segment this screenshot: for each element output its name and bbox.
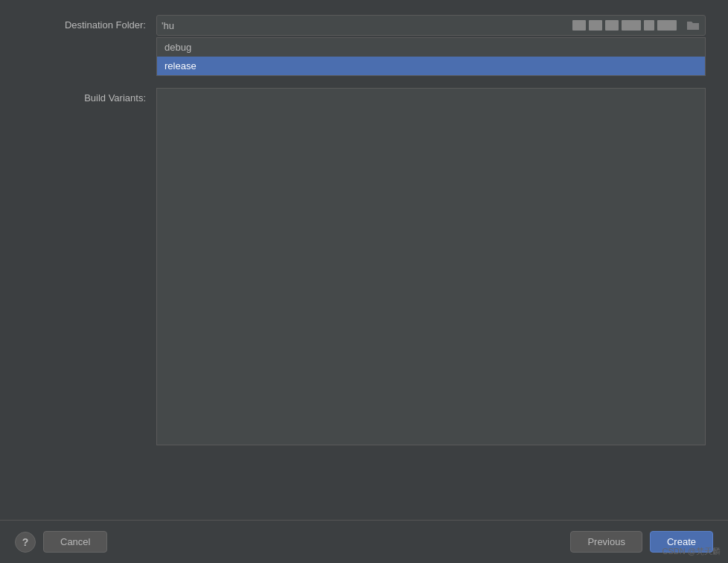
help-button[interactable]: ?: [15, 532, 36, 553]
path-segments: [572, 20, 677, 31]
path-segment-4: [622, 20, 641, 31]
path-segment-6: [657, 20, 677, 31]
destination-folder-label: Destination Folder:: [22, 15, 156, 31]
build-variants-list[interactable]: [156, 88, 706, 445]
build-type-dropdown: debug release: [156, 37, 706, 76]
destination-folder-input-area: 'hu debug release: [156, 15, 706, 76]
cancel-button[interactable]: Cancel: [43, 531, 107, 553]
footer-left: ? Cancel: [15, 531, 107, 553]
dropdown-item-release[interactable]: release: [157, 57, 705, 75]
path-segment-5: [644, 20, 654, 31]
build-variants-section: Build Variants:: [22, 88, 706, 505]
dialog-footer: ? Cancel Previous Create: [0, 520, 728, 563]
path-segment-3: [605, 20, 619, 31]
dropdown-item-debug[interactable]: debug: [157, 38, 705, 57]
path-segment-1: [572, 20, 586, 31]
destination-input-wrapper[interactable]: 'hu: [156, 15, 706, 36]
path-segment-2: [589, 20, 602, 31]
watermark: CSDN @梵天麟: [662, 546, 721, 557]
destination-folder-text: 'hu: [162, 20, 568, 31]
destination-folder-row: Destination Folder: 'hu: [22, 15, 706, 76]
browse-folder-icon[interactable]: [686, 19, 700, 32]
build-variants-label: Build Variants:: [22, 88, 156, 104]
previous-button[interactable]: Previous: [570, 531, 642, 553]
